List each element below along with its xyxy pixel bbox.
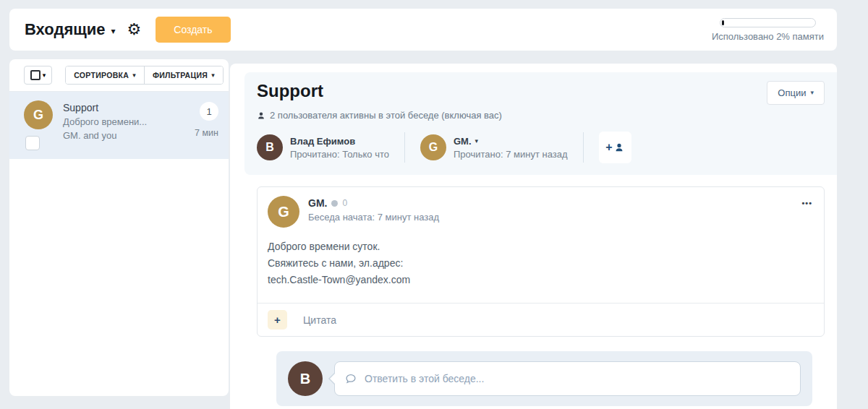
overflow-menu-icon[interactable]: ••• [801, 196, 812, 207]
filter-button[interactable]: ФИЛЬТРАЦИЯ ▾ [144, 66, 223, 84]
conversation-preview: Доброго времени... [63, 116, 184, 127]
create-button[interactable]: Создать [156, 17, 230, 43]
person-add-icon [614, 142, 624, 152]
unread-count-badge: 1 [200, 102, 218, 121]
add-participant-button[interactable]: + [599, 132, 631, 163]
sort-button[interactable]: СОРТИРОВКА ▾ [66, 66, 144, 84]
participant-dropdown[interactable]: GM. ▾ [454, 136, 568, 147]
message-line: tech.Castle-Town@yandex.com [268, 272, 812, 288]
header-left-group: Входящие ▾ ⚙ Создать [25, 17, 231, 43]
checkbox-icon [30, 70, 41, 80]
message-line: Доброго времени суток. [268, 238, 812, 255]
inbox-dropdown[interactable]: Входящие ▾ [25, 20, 116, 39]
participant-name: Влад Ефимов [290, 136, 389, 147]
options-button-label: Опции [778, 87, 806, 98]
vertical-divider [583, 132, 584, 163]
chevron-down-icon: ▾ [211, 72, 215, 79]
conversation-list-item[interactable]: G Support Доброго времени... GM. and you… [9, 92, 229, 159]
reply-block: B [276, 351, 812, 406]
conversation-started-label: Беседа начата: 7 минут назад [308, 212, 439, 223]
list-controls-row: ▾ СОРТИРОВКА ▾ ФИЛЬТРАЦИЯ ▾ [9, 59, 229, 92]
message-author-link[interactable]: GM. [308, 197, 327, 209]
conversation-time: 7 мин [195, 128, 218, 138]
conversation-members: GM. and you [63, 130, 184, 141]
participant-name: GM. [454, 136, 472, 147]
memory-gauge [720, 18, 816, 27]
avatar: G [24, 100, 53, 129]
message-line: Свяжитесь с нами, эл.адрес: [268, 255, 812, 272]
chevron-down-icon: ▾ [43, 72, 46, 79]
sort-button-label: СОРТИРОВКА [74, 71, 129, 79]
top-header-bar: Входящие ▾ ⚙ Создать Использовано 2% пам… [9, 9, 837, 51]
avatar: B [257, 134, 283, 160]
filter-button-label: ФИЛЬТРАЦИЯ [153, 71, 208, 79]
speech-bubble-icon [345, 373, 357, 384]
participant: B Влад Ефимов Прочитано: Только что [257, 134, 389, 160]
reaction-count: 0 [342, 198, 347, 208]
conversation-header-block: Support Опции ▾ 2 пользователя активны в… [244, 72, 837, 175]
memory-gauge-fill [722, 20, 724, 25]
active-users-text: 2 пользователя активны в этой беседе (вк… [270, 110, 502, 121]
avatar: B [288, 361, 323, 396]
gear-icon[interactable]: ⚙ [127, 22, 142, 38]
page-title: Support [257, 81, 323, 101]
chevron-down-icon: ▾ [132, 72, 136, 79]
chevron-down-icon: ▾ [810, 90, 814, 96]
message-card: G GM. 0 Беседа начата: 7 минут назад •••… [257, 186, 825, 337]
plus-icon: + [605, 141, 612, 154]
plus-icon: + [268, 310, 287, 330]
avatar: G [420, 134, 446, 160]
conversation-checkbox[interactable] [25, 136, 40, 150]
message-body: Доброго времени суток. Свяжитесь с нами,… [258, 228, 824, 303]
conversation-title: Support [63, 102, 184, 113]
conversation-list-sidebar: ▾ СОРТИРОВКА ▾ ФИЛЬТРАЦИЯ ▾ G Support [9, 59, 229, 396]
message-header: G GM. 0 Беседа начата: 7 минут назад ••• [258, 187, 824, 228]
conversation-main-panel: Support Опции ▾ 2 пользователя активны в… [230, 64, 837, 409]
chevron-down-icon: ▾ [475, 138, 479, 145]
messages-area: G GM. 0 Беседа начата: 7 минут назад •••… [230, 175, 837, 406]
status-dot-icon [331, 200, 338, 207]
sort-filter-group: СОРТИРОВКА ▾ ФИЛЬТРАЦИЯ ▾ [65, 66, 224, 85]
quote-button[interactable]: + Цитата [258, 303, 824, 336]
app-root: Входящие ▾ ⚙ Создать Использовано 2% пам… [0, 0, 868, 409]
participants-row: B Влад Ефимов Прочитано: Только что G GM… [257, 132, 825, 163]
memory-usage-label: Использовано 2% памяти [712, 31, 824, 42]
item-avatar-column: G [24, 100, 53, 150]
memory-gauge-block: Использовано 2% памяти [712, 18, 824, 42]
inbox-title: Входящие [25, 20, 106, 39]
chevron-down-icon: ▾ [111, 26, 116, 36]
vertical-divider [404, 132, 405, 163]
participant-read-status: Прочитано: Только что [290, 149, 389, 160]
participant: G GM. ▾ Прочитано: 7 минут назад [420, 134, 568, 160]
avatar: G [268, 196, 299, 228]
item-meta-column: 1 7 мин [195, 100, 218, 150]
reply-input[interactable] [363, 372, 790, 385]
options-button[interactable]: Опции ▾ [767, 81, 825, 105]
select-all-dropdown[interactable]: ▾ [24, 66, 52, 85]
item-text-column: Support Доброго времени... GM. and you [63, 100, 184, 150]
person-icon [257, 111, 265, 120]
participant-read-status: Прочитано: 7 минут назад [454, 149, 568, 160]
reply-bubble [334, 361, 801, 396]
active-users-note: 2 пользователя активны в этой беседе (вк… [257, 110, 825, 121]
quote-button-label: Цитата [303, 314, 336, 326]
